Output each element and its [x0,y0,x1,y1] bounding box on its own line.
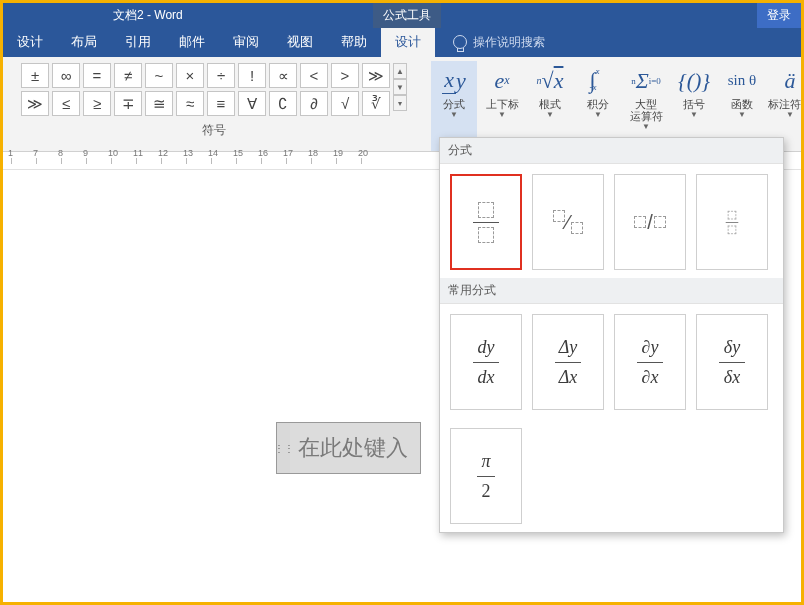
struct-bracket-label: 括号 [671,98,717,110]
fraction-top: π [481,451,490,472]
symbol-tilde[interactable]: ~ [145,63,173,88]
symbol-equiv[interactable]: ≡ [207,91,235,116]
placeholder-box-icon [634,216,646,228]
fraction-line-icon [473,222,499,223]
equation-grip-icon[interactable]: ⋮⋮ [277,423,290,473]
chevron-down-icon: ▼ [479,110,525,119]
dropdown-section-fraction: 分式 [440,138,783,164]
placeholder-box-icon [654,216,666,228]
title-bar: 文档2 - Word 公式工具 登录 [3,3,801,27]
chevron-down-icon: ▼ [575,110,621,119]
fraction-templates-row: ∕ / [440,164,783,278]
placeholder-box-icon [478,202,494,218]
tab-help[interactable]: 帮助 [327,26,381,58]
tell-me-search[interactable]: 操作说明搜索 [453,34,545,51]
struct-fraction-label: 分式 [431,98,477,110]
fraction-dy-dx[interactable]: dy dx [450,314,522,410]
fraction-DeltaY-DeltaX[interactable]: Δy Δx [532,314,604,410]
chevron-down-icon: ▼ [527,110,573,119]
struct-integral-label: 积分 [575,98,621,110]
integral-icon: ∫x-x [575,63,621,98]
script-icon: ex [479,63,525,98]
symbol-le[interactable]: ≤ [52,91,80,116]
symbol-inf[interactable]: ∞ [52,63,80,88]
fraction-line-icon [726,222,739,223]
symbols-grid: ± ∞ = ≠ ~ × ÷ ! ∝ < > ≫ ≫ ≤ ≥ ∓ ≅ ≈ ≡ ∀ [21,63,390,116]
fraction-bot: Δx [559,367,578,388]
symbols-scroll-down[interactable]: ▼ [393,79,407,95]
tab-mail[interactable]: 邮件 [165,26,219,58]
symbols-scroll-up[interactable]: ▲ [393,63,407,79]
sum-icon: nΣi=0 [623,63,669,98]
symbol-ggt[interactable]: ≫ [362,63,390,88]
contextual-tab-badge: 公式工具 [373,3,441,28]
chevron-down-icon: ▼ [671,110,717,119]
symbol-excl[interactable]: ! [238,63,266,88]
symbol-gt[interactable]: > [331,63,359,88]
fraction-partialY-partialX[interactable]: ∂y ∂x [614,314,686,410]
tab-references[interactable]: 引用 [111,26,165,58]
tab-equation-design[interactable]: 设计 [381,26,435,58]
fraction-icon: xy [431,63,477,98]
ruler-tick: 9 [83,148,88,158]
equation-placeholder-text: 在此处键入 [290,423,420,473]
ruler-tick: 14 [208,148,218,158]
symbol-approx[interactable]: ≈ [176,91,204,116]
fraction-pi-2[interactable]: π 2 [450,428,522,524]
symbol-sqrt[interactable]: √ [331,91,359,116]
placeholder-box-icon [728,210,736,218]
symbol-ggt2[interactable]: ≫ [21,91,49,116]
tab-view[interactable]: 视图 [273,26,327,58]
fraction-small[interactable] [696,174,768,270]
placeholder-box-icon [553,210,565,222]
login-button[interactable]: 登录 [757,3,801,28]
symbol-eq[interactable]: = [83,63,111,88]
tab-design1[interactable]: 设计 [3,26,57,58]
fraction-bot: dx [478,367,495,388]
symbol-ge[interactable]: ≥ [83,91,111,116]
symbol-cbrt[interactable]: ∛ [362,91,390,116]
ruler-tick: 13 [183,148,193,158]
struct-radical-label: 根式 [527,98,573,110]
fraction-line-icon [719,362,745,363]
common-fractions-row2: π 2 [440,418,783,532]
symbol-lt[interactable]: < [300,63,328,88]
dropdown-section-common: 常用分式 [440,278,783,304]
symbol-cong[interactable]: ≅ [145,91,173,116]
bracket-icon: {()} [671,63,717,98]
equation-placeholder[interactable]: ⋮⋮ 在此处键入 [276,422,421,474]
radical-icon: n√x [527,63,573,98]
symbols-group-label: 符号 [21,122,407,139]
fraction-deltaY-deltaX[interactable]: δy δx [696,314,768,410]
symbol-div[interactable]: ÷ [207,63,235,88]
chevron-down-icon: ▼ [623,122,669,131]
fraction-stacked[interactable] [450,174,522,270]
symbol-times[interactable]: × [176,63,204,88]
fraction-line-icon [637,362,663,363]
tell-me-label: 操作说明搜索 [473,34,545,51]
ribbon-tabs: 设计 布局 引用 邮件 审阅 视图 帮助 设计 操作说明搜索 [3,27,801,57]
fraction-line-icon [555,362,581,363]
symbol-partial[interactable]: ∂ [300,91,328,116]
ruler-tick: 12 [158,148,168,158]
symbol-compl[interactable]: ∁ [269,91,297,116]
symbols-more[interactable]: ▾ [393,95,407,111]
symbol-prop[interactable]: ∝ [269,63,297,88]
symbol-mp[interactable]: ∓ [114,91,142,116]
symbol-pm[interactable]: ± [21,63,49,88]
fraction-top: dy [478,337,495,358]
ruler-tick: 8 [58,148,63,158]
symbol-neq[interactable]: ≠ [114,63,142,88]
chevron-down-icon: ▼ [767,110,804,119]
symbols-scroll: ▲ ▼ ▾ [393,63,407,111]
slash-icon: / [647,211,653,234]
accent-icon: ä [767,63,804,98]
fraction-skewed[interactable]: ∕ [532,174,604,270]
slash-icon: ∕ [566,211,569,234]
ruler-tick: 1 [8,148,13,158]
tab-layout[interactable]: 布局 [57,26,111,58]
placeholder-box-icon [728,225,736,233]
tab-review[interactable]: 审阅 [219,26,273,58]
symbol-forall[interactable]: ∀ [238,91,266,116]
fraction-linear[interactable]: / [614,174,686,270]
